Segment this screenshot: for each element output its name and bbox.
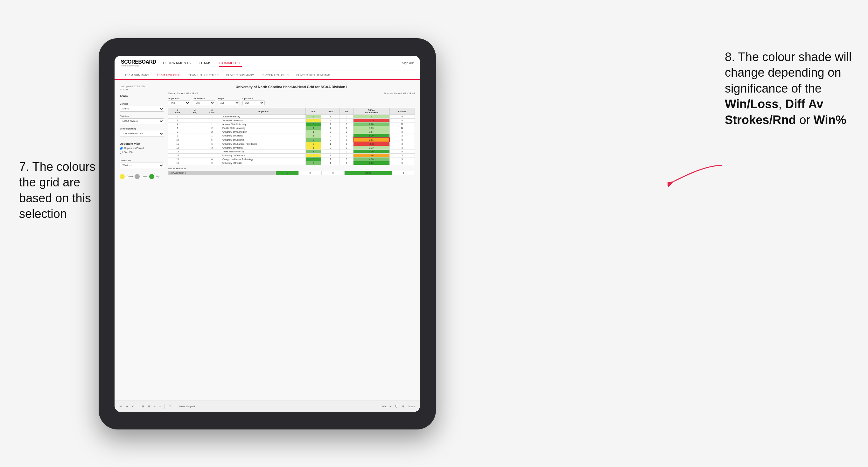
tab-team-h2h-heatmap[interactable]: TEAM H2H HEATMAP [184,71,222,79]
cell-row9-col4: 3 [306,150,321,154]
cell-row4-col3: University of Washington [221,130,306,134]
cell-row11-col3: Georgia Institute of Technology [221,157,306,161]
out-of-division: Out of division NCAA Division II 1 0 0 2… [168,167,415,175]
cell-row11-col4: 5 [306,157,321,161]
toolbar-redo[interactable]: ↪ [126,405,128,408]
sign-out-link[interactable]: Sign out [402,61,414,65]
cell-row8-col3: University of Virginia [221,146,306,150]
tab-player-h2h-heatmap[interactable]: PLAYER H2H HEATMAP [292,71,334,79]
cell-row12-col2: 2 [203,161,221,165]
colour-by-section: Colour by Win/loss [120,159,164,168]
toolbar-grid2[interactable]: ⊞ [402,405,404,408]
nav-committee[interactable]: COMMITTEE [219,60,242,67]
tab-player-summary[interactable]: PLAYER SUMMARY [222,71,258,79]
legend-down-label: Down [127,175,133,178]
col-diff: Diff AvStrokes/Rnd [353,108,390,115]
toolbar-watch[interactable]: Watch ▾ [382,405,391,408]
colour-by-select[interactable]: Win/loss [120,162,164,168]
toolbar-comment[interactable]: 💬 [395,405,398,408]
col-conf: #Conf [203,108,221,115]
cell-row6-col0: 10 [168,138,187,142]
cell-row5-col2: 1 [203,134,221,138]
main-content: Last Updated: 27/03/2024 16:55:38 Team G… [115,80,420,401]
annotation-right: 8. The colour shade will change dependin… [725,49,859,128]
div2-diff: 26.00 [345,171,392,175]
tab-team-h2h-grid[interactable]: TEAM H2H GRID [153,71,184,80]
cell-row9-col2: 1 [203,150,221,154]
arrow-right [668,162,725,188]
cell-row2-col1: - [187,122,203,126]
cell-row2-col5: 1 [321,122,340,126]
toolbar-divider-3 [175,404,175,409]
legend-level-label: Level [142,175,147,178]
cell-row0-col3: Auburn University [221,115,306,119]
gender-select[interactable]: Men's [120,106,164,112]
cell-row5-col4: 1 [306,134,321,138]
region-filter-select[interactable]: (All) [218,100,240,105]
cell-row2-col0: 4 [168,122,187,126]
cell-row11-col6: 0 [340,157,353,161]
toolbar-zoom-grid[interactable]: ⊞ [142,405,144,408]
cell-row5-col5: 0 [321,134,340,138]
nav-tournaments[interactable]: TOURNAMENTS [163,60,191,67]
toolbar-timer[interactable]: ⏱ [168,405,171,408]
data-table-container: #Rank #Reg #Conf Opponent Win Loss Tie D… [168,108,415,175]
table-row: 13-1Texas Tech University3005.569 [168,150,415,154]
gender-group: Gender Men's [120,102,164,112]
cell-row0-col8: 9 [390,115,414,119]
radio-opponents-played[interactable]: Opponents Played [120,147,164,150]
nav-teams[interactable]: TEAMS [199,60,212,67]
cell-row8-col8: 3 [390,146,414,150]
bottom-toolbar: ↩ ↪ ⤶ ⊞ ⊟ + – ⏱ View: Original Watch ▾ 💬… [115,401,420,412]
legend-level-dot [134,174,140,179]
cell-row10-col8: 3 [390,154,414,157]
cell-row11-col7: 4.50 [353,157,390,161]
toolbar-add[interactable]: + [154,405,156,408]
cell-row6-col6: 0 [340,138,353,142]
cell-row7-col2: 6 [203,142,221,146]
logo: SCOREBOARD Powered by clippd [121,60,156,67]
sub-nav: TEAM SUMMARY TEAM H2H GRID TEAM H2H HEAT… [115,71,420,80]
colour-by-label: Colour by [120,159,164,162]
table-row: 4-1Arizona State University5102.2817 [168,122,415,126]
cell-row6-col3: University of Alabama [221,138,306,142]
division-select[interactable]: NCAA Division I [120,118,164,124]
cell-row11-col5: 1 [321,157,340,161]
school-select[interactable]: 1. University of Nort... [120,131,164,136]
toolbar-crop[interactable]: ⊟ [148,405,150,408]
cell-row2-col4: 5 [306,122,321,126]
cell-row4-col7: 3.67 [353,130,390,134]
toolbar-minus[interactable]: – [159,405,161,408]
tab-team-summary[interactable]: TEAM SUMMARY [121,71,153,79]
page-background: 7. The colours in the grid are based on … [0,0,868,467]
radio-top100[interactable]: Top 100 [120,151,164,154]
cell-row8-col1: - [187,146,203,150]
opponent-filter-select[interactable]: (All) [243,100,265,105]
tab-player-h2h-grid[interactable]: PLAYER H2H GRID [258,71,292,79]
overall-record: Overall Record: 89 - 17 - 0 [168,92,198,95]
cell-row2-col8: 17 [390,122,414,126]
cell-row12-col7: 6.62 [353,161,390,165]
cell-row2-col3: Arizona State University [221,122,306,126]
table-row: 3-2Vanderbilt University040-2.298 [168,119,415,122]
cell-row5-col3: University of Arizona [221,134,306,138]
opponents-filter-select[interactable]: (All) [168,100,190,105]
toolbar-undo[interactable]: ↩ [120,405,122,408]
toolbar-back[interactable]: ⤶ [132,405,134,408]
toolbar-share[interactable]: Share [408,405,415,408]
cell-row0-col1: - [187,115,203,119]
division-record: Division Record: 88 - 17 - 0 [384,92,415,95]
cell-row4-col0: 8 [168,130,187,134]
col-tie: Tie [340,108,353,115]
table-row: 14-1University of Oklahoma010-1.003 [168,154,415,157]
cell-row3-col4: 4 [306,126,321,130]
conference-filter-select[interactable]: (All) [193,100,215,105]
cell-row3-col1: - [187,126,203,130]
cell-row8-col0: 12 [168,146,187,150]
cell-row3-col3: Florida State University [221,126,306,130]
cell-row8-col7: 2.33 [353,146,390,150]
cell-row4-col2: 2 [203,130,221,134]
cell-row1-col8: 8 [390,119,414,122]
cell-row12-col0: 16 [168,161,187,165]
region-filter: Region (All) [218,97,240,105]
